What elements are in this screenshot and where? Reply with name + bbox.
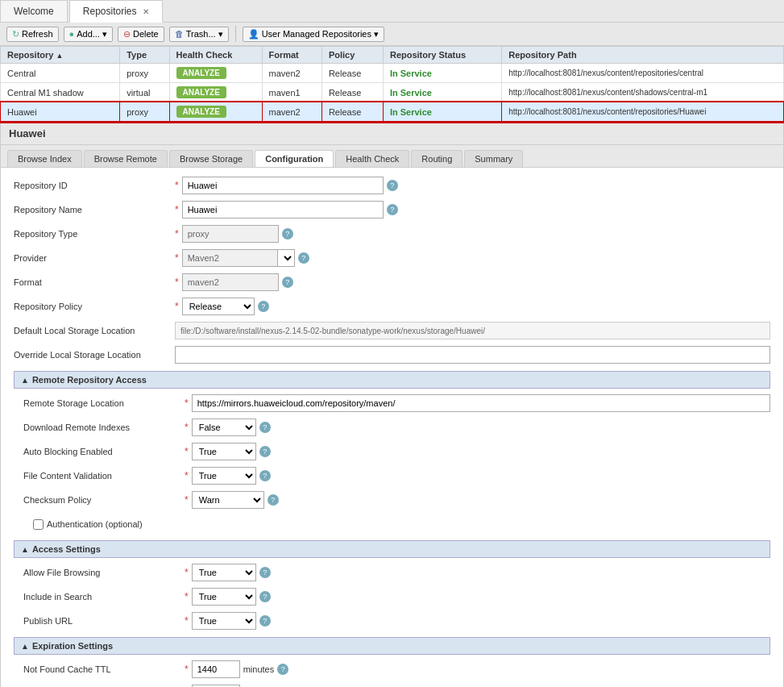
repo-status: In Service — [383, 102, 501, 122]
publish-url-select[interactable]: True False — [192, 612, 256, 630]
col-type[interactable]: Type — [120, 47, 169, 64]
repo-healthcheck: ANALYZE — [169, 64, 262, 83]
tab-browse-storage[interactable]: Browse Storage — [169, 150, 253, 167]
required-marker: * — [185, 494, 189, 506]
help-icon-repo-name[interactable]: ? — [387, 204, 398, 215]
override-storage-input[interactable] — [175, 346, 770, 364]
user-managed-button[interactable]: 👤 User Managed Repositories ▾ — [243, 27, 384, 42]
tab-summary[interactable]: Summary — [464, 150, 523, 167]
field-allow-file-browsing: Allow File Browsing * True False ? — [23, 563, 770, 582]
format-input — [182, 273, 279, 291]
repo-policy: Release — [321, 102, 383, 122]
col-repository[interactable]: Repository ▲ — [1, 47, 120, 64]
field-repository-type: Repository Type * ? — [14, 224, 770, 244]
col-policy[interactable]: Policy — [321, 47, 383, 64]
auth-optional-checkbox[interactable] — [33, 519, 44, 530]
collapse-icon[interactable]: ▲ — [21, 376, 29, 385]
help-icon-repo-type[interactable]: ? — [282, 228, 293, 239]
repository-type-input — [182, 225, 279, 243]
repo-path: http://localhost:8081/nexus/content/repo… — [502, 102, 784, 122]
collapse-icon-expiration[interactable]: ▲ — [21, 642, 29, 651]
repo-path: http://localhost:8081/nexus/content/repo… — [502, 64, 784, 83]
table-row[interactable]: Huawei proxy ANALYZE maven2 Release In S… — [1, 102, 784, 122]
trash-dropdown-icon: ▾ — [218, 29, 223, 40]
field-repository-name: Repository Name * ? — [14, 200, 770, 219]
required-marker: * — [185, 591, 189, 602]
tab-repositories[interactable]: Repositories ✕ — [69, 0, 163, 23]
analyze-button[interactable]: ANALYZE — [176, 67, 226, 79]
field-auto-blocking: Auto Blocking Enabled * True False ? — [23, 442, 770, 461]
help-icon-file-browsing[interactable]: ? — [259, 567, 271, 578]
field-remote-storage: Remote Storage Location * — [23, 393, 770, 413]
help-icon-publish-url[interactable]: ? — [259, 615, 271, 627]
repository-name-input[interactable] — [182, 201, 384, 219]
collapse-icon-access[interactable]: ▲ — [21, 545, 29, 554]
trash-button[interactable]: 🗑 Trash... ▾ — [169, 27, 229, 42]
checksum-policy-select[interactable]: Warn Strict Ignore — [192, 491, 264, 509]
close-tab-icon[interactable]: ✕ — [143, 7, 149, 16]
help-icon-policy[interactable]: ? — [258, 301, 269, 312]
required-marker: * — [185, 615, 189, 627]
tab-browse-remote[interactable]: Browse Remote — [84, 150, 168, 167]
help-icon-file-content[interactable]: ? — [259, 470, 271, 481]
col-path[interactable]: Repository Path — [502, 47, 784, 64]
configuration-form: Repository ID * ? Repository Name * ? Re… — [1, 168, 783, 687]
remote-storage-input[interactable] — [192, 394, 770, 412]
repo-status: In Service — [383, 64, 501, 83]
help-icon-provider[interactable]: ? — [298, 252, 309, 264]
analyze-button[interactable]: ANALYZE — [176, 86, 226, 98]
tab-browse-index[interactable]: Browse Index — [7, 150, 82, 167]
field-repository-policy: Repository Policy * Release Snapshot ? — [14, 297, 770, 316]
help-icon-dl-indexes[interactable]: ? — [259, 422, 271, 433]
auto-blocking-select[interactable]: True False — [192, 443, 256, 460]
help-icon-include-search[interactable]: ? — [259, 591, 271, 602]
trash-icon: 🗑 — [175, 29, 184, 39]
remote-access-section-header: ▲ Remote Repository Access — [14, 371, 770, 389]
required-marker: * — [175, 301, 179, 312]
not-found-ttl-input[interactable] — [192, 660, 240, 678]
table-row[interactable]: Central proxy ANALYZE maven2 Release In … — [1, 64, 784, 83]
repo-name: Central — [1, 64, 120, 83]
field-publish-url: Publish URL * True False ? — [23, 611, 770, 631]
help-icon-ttl[interactable]: ? — [277, 664, 288, 675]
repository-id-input[interactable] — [182, 177, 384, 194]
provider-select[interactable]: ▾ — [277, 249, 295, 267]
repository-policy-select[interactable]: Release Snapshot — [182, 298, 255, 315]
tab-routing[interactable]: Routing — [411, 150, 463, 167]
col-healthcheck[interactable]: Health Check — [169, 47, 262, 64]
toolbar: ↻ Refresh ● Add... ▾ ⊖ Delete 🗑 Trash...… — [0, 23, 784, 46]
tab-configuration[interactable]: Configuration — [255, 150, 334, 167]
field-format: Format * ? — [14, 273, 770, 292]
detail-tabs: Browse Index Browse Remote Browse Storag… — [1, 145, 783, 168]
repo-type: proxy — [120, 102, 169, 122]
help-icon-format[interactable]: ? — [282, 277, 293, 288]
download-indexes-select[interactable]: False True — [192, 418, 256, 436]
help-icon-repo-id[interactable]: ? — [387, 180, 398, 191]
auth-optional-label: Authentication (optional) — [33, 519, 143, 530]
allow-file-browsing-select[interactable]: True False — [192, 564, 256, 581]
tab-welcome[interactable]: Welcome — [0, 0, 68, 22]
not-found-ttl-unit: minutes — [243, 664, 275, 674]
repo-type: proxy — [120, 64, 169, 83]
delete-button[interactable]: ⊖ Delete — [118, 27, 164, 42]
repo-name: Central M1 shadow — [1, 83, 120, 102]
field-not-found-cache: Not Found Cache TTL * minutes ? — [23, 660, 770, 679]
add-icon: ● — [69, 29, 75, 39]
col-format[interactable]: Format — [262, 47, 321, 64]
help-icon-auto-blocking[interactable]: ? — [259, 446, 271, 457]
include-search-select[interactable]: True False — [192, 588, 256, 606]
col-status[interactable]: Repository Status — [383, 47, 501, 64]
user-managed-dropdown-icon: ▾ — [374, 29, 379, 40]
field-download-indexes: Download Remote Indexes * False True ? — [23, 418, 770, 437]
table-row[interactable]: Central M1 shadow virtual ANALYZE maven1… — [1, 83, 784, 102]
repo-format: maven2 — [262, 102, 321, 122]
tab-health-check[interactable]: Health Check — [335, 150, 409, 167]
file-content-validation-select[interactable]: True False — [192, 467, 256, 485]
required-marker: * — [175, 252, 179, 264]
add-button[interactable]: ● Add... ▾ — [64, 27, 113, 42]
field-include-search: Include in Search * True False ? — [23, 587, 770, 606]
refresh-button[interactable]: ↻ Refresh — [6, 27, 59, 42]
analyze-button[interactable]: ANALYZE — [176, 106, 226, 118]
provider-input — [182, 249, 279, 267]
help-icon-checksum[interactable]: ? — [268, 494, 279, 506]
